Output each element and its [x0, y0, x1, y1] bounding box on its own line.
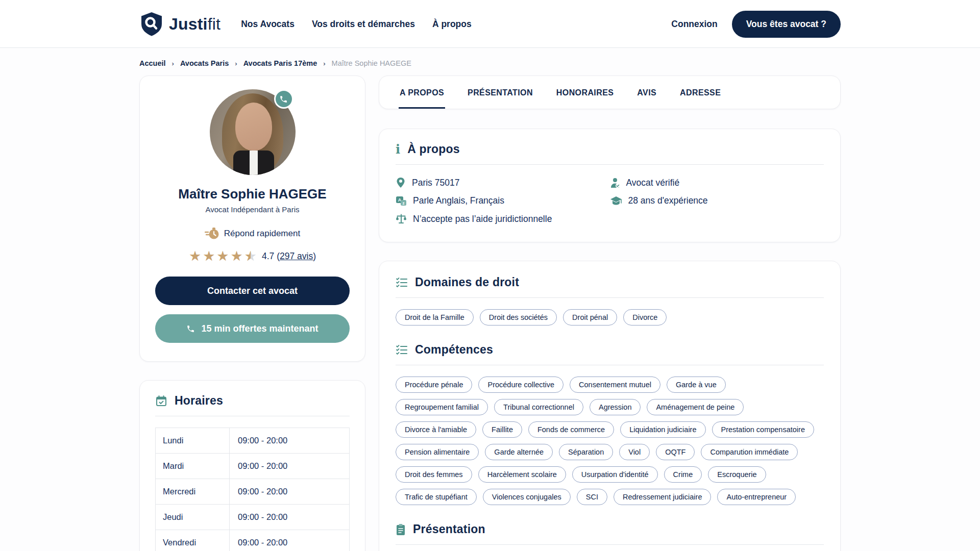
tab[interactable]: HONORAIRES: [555, 76, 615, 109]
free-15min-call-button[interactable]: 15 min offertes maintenant: [155, 314, 350, 343]
logo-text: Justifit: [169, 15, 220, 34]
tab[interactable]: A PROPOS: [399, 76, 445, 109]
competences-title: Compétences: [415, 343, 493, 357]
phone-badge-icon: [274, 89, 293, 109]
profile-tabs: A PROPOSPRÉSENTATIONHONORAIRESAVISADRESS…: [379, 76, 841, 109]
nav-link[interactable]: Nos Avocats: [241, 19, 295, 30]
main-nav: Nos AvocatsVos droits et démarchesÀ prop…: [241, 19, 472, 30]
competence-chip[interactable]: Agression: [590, 399, 641, 415]
rating: ★ ★ ★ ★ ★★ 4.7 (297 avis): [155, 249, 350, 263]
horaires-card: Horaires Lundi 09:00 - 20:00 Mardi 09:00…: [139, 380, 365, 551]
competence-chip[interactable]: Aménagement de peine: [647, 399, 744, 415]
schedule-day: Jeudi: [156, 505, 230, 530]
schedule-hours: 09:00 - 20:00: [230, 454, 349, 479]
checklist-icon: [396, 344, 408, 356]
competence-chip[interactable]: Fonds de commerce: [528, 421, 614, 438]
tab[interactable]: ADRESSE: [679, 76, 722, 109]
competence-chip[interactable]: Tribunal correctionnel: [494, 399, 583, 415]
location-pin-icon: [396, 177, 406, 188]
phone-icon: [186, 324, 195, 333]
competence-chip[interactable]: Comparution immédiate: [701, 444, 798, 460]
competence-chip[interactable]: OQTF: [656, 444, 695, 460]
competence-chip[interactable]: Crime: [664, 466, 702, 483]
competence-chip[interactable]: Escroquerie: [708, 466, 766, 483]
justifit-logo[interactable]: Justifit: [139, 11, 220, 37]
schedule-day: Vendredi: [156, 530, 230, 551]
competence-chip[interactable]: Divorce à l'amiable: [396, 421, 476, 438]
star-icon: ★: [216, 249, 229, 263]
translate-icon: A ž: [396, 196, 407, 206]
competence-chip[interactable]: Harcèlement scolaire: [478, 466, 566, 483]
competence-chip[interactable]: Regroupement familial: [396, 399, 488, 415]
lawyer-subtitle: Avocat Indépendant à Paris: [155, 205, 350, 214]
competence-chip[interactable]: Viol: [619, 444, 650, 460]
breadcrumb-avocats-paris[interactable]: Avocats Paris: [180, 59, 229, 67]
verified-item: Avocat vérifié: [610, 177, 824, 188]
competence-chip[interactable]: Redressement judiciaire: [614, 489, 712, 505]
shield-magnifier-logo-icon: [139, 11, 164, 37]
half-star-icon: ★★: [244, 249, 257, 263]
svg-text:ž: ž: [403, 201, 405, 205]
competence-chip[interactable]: Auto-entrepreneur: [717, 489, 796, 505]
competence-chip[interactable]: Faillite: [482, 421, 522, 438]
competence-chip[interactable]: Garde à vue: [667, 377, 726, 393]
nav-link[interactable]: Vos droits et démarches: [312, 19, 415, 30]
location-item: Paris 75017: [396, 177, 610, 188]
competence-chip[interactable]: Droit des femmes: [396, 466, 472, 483]
schedule-row: Mercredi 09:00 - 20:00: [156, 479, 349, 505]
breadcrumb-current: Maître Sophie HAGEGE: [332, 59, 411, 67]
competence-chip[interactable]: Liquidation judiciaire: [620, 421, 705, 438]
domaine-chip[interactable]: Droit de la Famille: [396, 309, 474, 325]
tab[interactable]: AVIS: [636, 76, 657, 109]
schedule-row: Mardi 09:00 - 20:00: [156, 454, 349, 479]
domaines-section: Domaines de droit Droit de la FamilleDro…: [396, 276, 824, 325]
competence-chip[interactable]: Consentement mutuel: [570, 377, 660, 393]
competence-chip[interactable]: Séparation: [559, 444, 613, 460]
breadcrumb-avocats-paris-17[interactable]: Avocats Paris 17ème: [243, 59, 317, 67]
checklist-icon: [396, 277, 408, 288]
calendar-check-icon: [155, 395, 167, 407]
info-icon: i: [396, 143, 400, 156]
domaine-chip[interactable]: Droit des sociétés: [480, 309, 557, 325]
schedule-day: Mercredi: [156, 479, 230, 504]
schedule-hours: 09:00 - 20:00: [230, 479, 349, 504]
site-header: Justifit Nos AvocatsVos droits et démarc…: [0, 0, 980, 48]
presentation-title: Présentation: [413, 522, 485, 536]
competence-chip[interactable]: Procédure collective: [478, 377, 564, 393]
competence-chip[interactable]: Garde alternée: [485, 444, 553, 460]
reviews-link[interactable]: 297 avis: [280, 251, 313, 261]
domaines-title: Domaines de droit: [415, 276, 519, 289]
breadcrumb-accueil[interactable]: Accueil: [139, 59, 166, 67]
competence-chip[interactable]: Pension alimentaire: [396, 444, 479, 460]
star-icon: ★: [189, 249, 201, 263]
schedule-hours: 09:00 - 20:00: [230, 428, 349, 453]
competence-chip[interactable]: Trafic de stupéfiant: [396, 489, 477, 505]
contact-lawyer-button[interactable]: Contacter cet avocat: [155, 277, 350, 305]
content-card: Domaines de droit Droit de la FamilleDro…: [379, 261, 841, 551]
stopwatch-icon: [205, 227, 219, 240]
competence-chip[interactable]: Procédure pénale: [396, 377, 472, 393]
clipboard-icon: [396, 523, 406, 536]
scales-icon: [396, 213, 407, 224]
breadcrumb: Accueil › Avocats Paris › Avocats Paris …: [139, 59, 841, 67]
nav-link[interactable]: À propos: [432, 19, 472, 30]
competences-chips: Procédure pénaleProcédure collectiveCons…: [396, 377, 824, 505]
connexion-link[interactable]: Connexion: [671, 19, 717, 30]
competence-chip[interactable]: SCI: [577, 489, 607, 505]
verified-lawyer-icon: [610, 177, 620, 188]
chevron-right-icon: ›: [235, 60, 237, 67]
lawyer-name: Maître Sophie HAGEGE: [155, 186, 350, 202]
schedule-row: Vendredi 09:00 - 20:00: [156, 530, 349, 551]
vous-etes-avocat-button[interactable]: Vous êtes avocat ?: [732, 11, 841, 38]
competence-chip[interactable]: Violences conjugales: [483, 489, 571, 505]
domaine-chip[interactable]: Divorce: [623, 309, 667, 325]
domaine-chip[interactable]: Droit pénal: [563, 309, 617, 325]
rating-value: 4.7: [262, 251, 274, 261]
schedule-hours: 09:00 - 20:00: [230, 530, 349, 551]
tab[interactable]: PRÉSENTATION: [467, 76, 534, 109]
languages-item: A ž Parle Anglais, Français: [396, 195, 610, 206]
competence-chip[interactable]: Prestation compensatoire: [712, 421, 814, 438]
aide-juridictionnelle-item: N’accepte pas l’aide juridictionnelle: [396, 213, 610, 224]
presentation-section: Présentation Maître Sophie HAGEGE est av…: [396, 522, 824, 551]
competence-chip[interactable]: Usurpation d'identité: [572, 466, 658, 483]
